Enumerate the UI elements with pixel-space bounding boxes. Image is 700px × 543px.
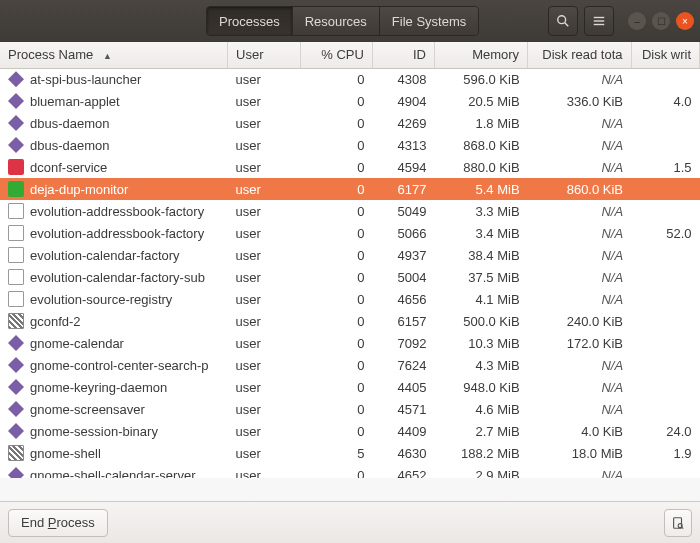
process-name: gnome-shell bbox=[30, 446, 101, 461]
tab-filesystems[interactable]: File Systems bbox=[380, 7, 478, 35]
process-name: evolution-addressbook-factory bbox=[30, 204, 204, 219]
process-name: evolution-calendar-factory-sub bbox=[30, 270, 205, 285]
process-user: user bbox=[228, 156, 300, 178]
process-id: 6177 bbox=[372, 178, 434, 200]
window-close[interactable]: × bbox=[676, 12, 694, 30]
properties-button[interactable] bbox=[664, 509, 692, 537]
process-user: user bbox=[228, 178, 300, 200]
process-id: 4571 bbox=[372, 398, 434, 420]
table-row[interactable]: gnome-calendaruser0709210.3 MiB172.0 KiB bbox=[0, 332, 700, 354]
process-disk-read: N/A bbox=[528, 376, 631, 398]
process-icon bbox=[8, 423, 24, 439]
table-row[interactable]: dbus-daemonuser042691.8 MiBN/A bbox=[0, 112, 700, 134]
column-header-disk-write[interactable]: Disk writ bbox=[631, 42, 699, 68]
process-icon bbox=[8, 115, 24, 131]
process-disk-read: N/A bbox=[528, 68, 631, 90]
process-disk-read: 240.0 KiB bbox=[528, 310, 631, 332]
process-id: 4308 bbox=[372, 68, 434, 90]
table-row[interactable]: blueman-appletuser0490420.5 MiB336.0 KiB… bbox=[0, 90, 700, 112]
process-disk-write bbox=[631, 112, 699, 134]
process-id: 7624 bbox=[372, 354, 434, 376]
process-id: 5066 bbox=[372, 222, 434, 244]
process-disk-write bbox=[631, 464, 699, 478]
search-icon bbox=[556, 14, 570, 28]
process-icon bbox=[8, 203, 24, 219]
column-header-name-label: Process Name bbox=[8, 47, 93, 62]
process-icon bbox=[8, 247, 24, 263]
process-memory: 37.5 MiB bbox=[434, 266, 527, 288]
process-memory: 38.4 MiB bbox=[434, 244, 527, 266]
process-icon bbox=[8, 401, 24, 417]
table-row[interactable]: gnome-control-center-search-puser076244.… bbox=[0, 354, 700, 376]
tab-processes[interactable]: Processes bbox=[207, 7, 293, 35]
process-disk-read: N/A bbox=[528, 288, 631, 310]
process-icon bbox=[8, 137, 24, 153]
table-row[interactable]: gnome-shell-calendar-serveruser046522.9 … bbox=[0, 464, 700, 478]
process-name: dconf-service bbox=[30, 160, 107, 175]
column-header-user[interactable]: User bbox=[228, 42, 300, 68]
process-cpu: 0 bbox=[300, 288, 372, 310]
process-id: 5004 bbox=[372, 266, 434, 288]
process-disk-write bbox=[631, 288, 699, 310]
table-row[interactable]: gnome-session-binaryuser044092.7 MiB4.0 … bbox=[0, 420, 700, 442]
process-cpu: 0 bbox=[300, 398, 372, 420]
process-cpu: 0 bbox=[300, 112, 372, 134]
search-button[interactable] bbox=[548, 6, 578, 36]
table-row[interactable]: evolution-calendar-factory-subuser050043… bbox=[0, 266, 700, 288]
process-name: evolution-addressbook-factory bbox=[30, 226, 204, 241]
table-row[interactable]: evolution-addressbook-factoryuser050663.… bbox=[0, 222, 700, 244]
table-row[interactable]: gconfd-2user06157500.0 KiB240.0 KiB bbox=[0, 310, 700, 332]
process-disk-write bbox=[631, 376, 699, 398]
process-cpu: 0 bbox=[300, 156, 372, 178]
svg-line-1 bbox=[565, 23, 569, 27]
process-user: user bbox=[228, 112, 300, 134]
process-name: at-spi-bus-launcher bbox=[30, 72, 141, 87]
process-disk-read: 336.0 KiB bbox=[528, 90, 631, 112]
column-header-cpu[interactable]: % CPU bbox=[300, 42, 372, 68]
process-memory: 868.0 KiB bbox=[434, 134, 527, 156]
process-disk-write bbox=[631, 332, 699, 354]
column-header-disk-read[interactable]: Disk read tota bbox=[528, 42, 631, 68]
process-icon bbox=[8, 225, 24, 241]
process-disk-write bbox=[631, 178, 699, 200]
process-disk-write bbox=[631, 68, 699, 90]
process-table: Process Name ▲ User % CPU ID Memory Disk… bbox=[0, 42, 700, 478]
column-header-memory[interactable]: Memory bbox=[434, 42, 527, 68]
end-process-button[interactable]: End Process bbox=[8, 509, 108, 537]
process-user: user bbox=[228, 332, 300, 354]
process-name: evolution-calendar-factory bbox=[30, 248, 180, 263]
process-user: user bbox=[228, 222, 300, 244]
process-disk-write bbox=[631, 310, 699, 332]
process-id: 4656 bbox=[372, 288, 434, 310]
process-cpu: 0 bbox=[300, 244, 372, 266]
document-icon bbox=[671, 516, 685, 530]
table-row[interactable]: gnome-shelluser54630188.2 MiB18.0 MiB1.9 bbox=[0, 442, 700, 464]
column-header-id[interactable]: ID bbox=[372, 42, 434, 68]
table-row[interactable]: dbus-daemonuser04313868.0 KiBN/A bbox=[0, 134, 700, 156]
menu-button[interactable] bbox=[584, 6, 614, 36]
table-row[interactable]: evolution-calendar-factoryuser0493738.4 … bbox=[0, 244, 700, 266]
table-row[interactable]: gnome-screensaveruser045714.6 MiBN/A bbox=[0, 398, 700, 420]
process-memory: 2.7 MiB bbox=[434, 420, 527, 442]
table-row[interactable]: gnome-keyring-daemonuser04405948.0 KiBN/… bbox=[0, 376, 700, 398]
process-disk-read: N/A bbox=[528, 464, 631, 478]
table-row[interactable]: at-spi-bus-launcheruser04308596.0 KiBN/A bbox=[0, 68, 700, 90]
process-icon bbox=[8, 379, 24, 395]
table-row[interactable]: evolution-addressbook-factoryuser050493.… bbox=[0, 200, 700, 222]
table-row[interactable]: dconf-serviceuser04594880.0 KiBN/A1.5 bbox=[0, 156, 700, 178]
table-row[interactable]: deja-dup-monitoruser061775.4 MiB860.0 Ki… bbox=[0, 178, 700, 200]
process-memory: 2.9 MiB bbox=[434, 464, 527, 478]
column-header-name[interactable]: Process Name ▲ bbox=[0, 42, 228, 68]
process-id: 4652 bbox=[372, 464, 434, 478]
window-minimize[interactable]: – bbox=[628, 12, 646, 30]
process-memory: 5.4 MiB bbox=[434, 178, 527, 200]
table-row[interactable]: evolution-source-registryuser046564.1 Mi… bbox=[0, 288, 700, 310]
process-cpu: 0 bbox=[300, 310, 372, 332]
process-cpu: 5 bbox=[300, 442, 372, 464]
bottom-toolbar: End Process bbox=[0, 501, 700, 543]
process-name: gconfd-2 bbox=[30, 314, 81, 329]
window-maximize[interactable]: ☐ bbox=[652, 12, 670, 30]
tab-resources[interactable]: Resources bbox=[293, 7, 380, 35]
process-disk-write: 24.0 bbox=[631, 420, 699, 442]
process-user: user bbox=[228, 90, 300, 112]
